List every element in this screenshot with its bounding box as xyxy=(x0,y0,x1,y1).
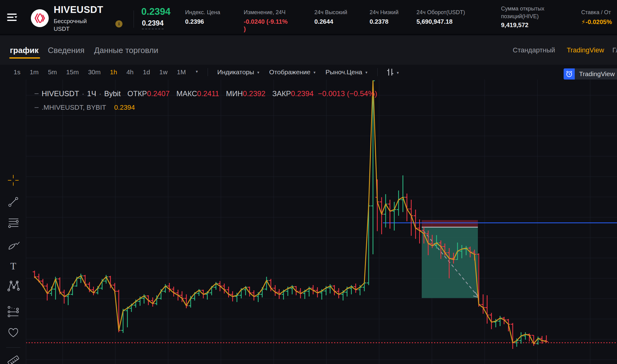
timeframe-30m[interactable]: 30m xyxy=(88,68,101,76)
price-chart[interactable]: HIVEUSDT · 1Ч · Bybit ОТКР0.2407 МАКС0.2… xyxy=(26,80,617,364)
stat-24h-low: 24ч Низкий 0.2378 xyxy=(370,9,399,25)
text-tool[interactable]: T xyxy=(6,259,21,273)
ruler-tool[interactable] xyxy=(6,353,21,364)
market-price-menu[interactable]: Рыноч.Цена▼ xyxy=(325,68,368,76)
mark-price-underlined[interactable]: 0.2394 xyxy=(142,19,164,29)
legend-open: ОТКР0.2407 xyxy=(127,89,170,98)
legend-venue: Bybit xyxy=(104,89,121,98)
legend-change: −0.0013 (−0.54%) xyxy=(318,89,377,98)
instrument-header: HIVEUSDT Бессрочный USDT i 0.2394 0.2394… xyxy=(0,0,617,35)
xabcd-pattern-tool[interactable] xyxy=(6,278,21,293)
chart-toolbar: 1s 1m 5m 15m 30m 1h 4h 1d 1w 1M ▼ Индика… xyxy=(0,65,617,80)
tradingview-chip-label: TradingView xyxy=(575,68,617,80)
last-price: 0.2394 xyxy=(141,6,171,17)
indicators-menu[interactable]: Индикаторы▼ xyxy=(217,68,260,76)
stat-24h-turnover: 24ч Оборот(USDT) 5,690,947.18 xyxy=(416,9,465,25)
legend-symbol: HIVEUSDT xyxy=(42,89,79,98)
toolbar-divider xyxy=(208,68,208,76)
candle-style-icon xyxy=(387,68,394,76)
bybit-trading-app: HIVEUSDT Бессрочный USDT i 0.2394 0.2394… xyxy=(0,0,617,364)
symbol-title[interactable]: HIVEUSDT xyxy=(54,4,103,15)
info-icon[interactable]: i xyxy=(115,20,122,27)
stat-index-price: Индекс. Цена 0.2396 xyxy=(185,9,220,25)
tab-trade-data[interactable]: Данные торговли xyxy=(94,46,158,55)
stat-24h-high: 24ч Высокий 0.2644 xyxy=(314,9,347,25)
active-tab-underline xyxy=(9,57,40,59)
chart-legend-main[interactable]: HIVEUSDT · 1Ч · Bybit ОТКР0.2407 МАКС0.2… xyxy=(35,89,377,98)
chevron-down-icon: ▼ xyxy=(257,71,260,74)
trend-line-tool[interactable] xyxy=(6,194,21,209)
timeframe-5m[interactable]: 5m xyxy=(48,68,57,76)
legend-interval: 1Ч xyxy=(87,89,96,98)
lightning-icon: ⚡ xyxy=(581,18,586,25)
hive-logo xyxy=(31,9,49,27)
favorites-tool[interactable] xyxy=(6,325,21,340)
timeframe-15m[interactable]: 15m xyxy=(66,68,79,76)
timeframe-4h[interactable]: 4h xyxy=(126,68,134,76)
header-divider xyxy=(134,10,134,28)
tradingview-alert-button[interactable]: TradingView xyxy=(564,68,617,80)
timeframe-caret-icon[interactable]: ▼ xyxy=(195,70,198,73)
contract-type-label: Бессрочный USDT xyxy=(54,17,87,33)
legend-close: ЗАКР0.2394 xyxy=(272,89,313,98)
display-menu[interactable]: Отображение▼ xyxy=(269,68,316,76)
fib-retracement-tool[interactable] xyxy=(6,215,21,230)
chevron-down-icon: ▼ xyxy=(365,71,368,74)
forecast-tool[interactable] xyxy=(6,304,21,319)
toolbar-divider xyxy=(377,68,378,76)
timeframe-1s[interactable]: 1s xyxy=(14,68,20,76)
stat-funding-rate: Ставка / От ⚡-0.0205% xyxy=(581,9,612,26)
timeframe-1d[interactable]: 1d xyxy=(143,68,150,76)
legend-high: МАКС0.2411 xyxy=(176,89,219,98)
timeframe-1h[interactable]: 1h xyxy=(110,68,117,76)
legend-low: МИН0.2392 xyxy=(226,89,265,98)
candlestick-chart-canvas[interactable] xyxy=(26,80,617,364)
tab-details[interactable]: Сведения xyxy=(48,46,85,55)
instrument-menu-icon[interactable] xyxy=(7,12,18,23)
timeframe-1M[interactable]: 1M xyxy=(177,68,186,76)
chart-style-menu[interactable]: ▼ xyxy=(387,68,400,76)
legend2-value: 0.2394 xyxy=(114,104,135,112)
chart-mode-tradingview[interactable]: TradingView xyxy=(567,46,604,54)
tab-chart[interactable]: график xyxy=(10,46,39,55)
crosshair-tool[interactable] xyxy=(6,173,21,188)
chart-mode-standard[interactable]: Стандартный xyxy=(513,46,555,54)
timeframe-1m[interactable]: 1m xyxy=(30,68,39,76)
toolbar-divider xyxy=(6,347,20,348)
brush-tool[interactable] xyxy=(6,238,21,253)
legend-toggle-icon[interactable] xyxy=(35,107,39,108)
stat-open-interest: Сумма открытых позиций(HIVE) 9,419,572 xyxy=(501,5,564,29)
caret-down-icon xyxy=(14,16,17,18)
drawing-toolbar: T xyxy=(0,80,26,364)
svg-text:T: T xyxy=(10,261,16,272)
chart-legend-secondary[interactable]: .MHIVEUSDT, BYBIT 0.2394 xyxy=(35,104,135,112)
stat-change-24h: Изменение, 24Ч -0.0240 (-9.11% ) xyxy=(244,9,288,33)
chevron-down-icon: ▼ xyxy=(396,71,400,75)
chart-mode-depth-clipped[interactable]: Гл xyxy=(612,46,617,54)
view-tabbar: график Сведения Данные торговли Стандарт… xyxy=(0,36,617,65)
legend2-name: .MHIVEUSDT, BYBIT xyxy=(42,104,106,112)
alarm-clock-icon xyxy=(564,68,575,80)
chevron-down-icon: ▼ xyxy=(313,71,316,74)
legend-toggle-icon[interactable] xyxy=(35,93,39,94)
timeframe-1w[interactable]: 1w xyxy=(159,68,168,76)
